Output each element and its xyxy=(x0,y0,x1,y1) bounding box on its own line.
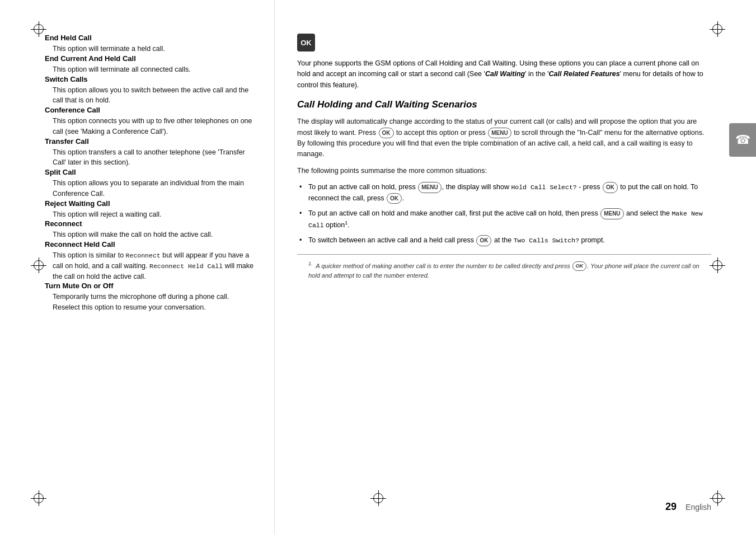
bullet-item-1: To put an active call on hold, press MEN… xyxy=(297,182,711,204)
section-body: Temporarily turns the microphone off dur… xyxy=(45,292,257,313)
section-body: This option allows you to switch between… xyxy=(45,85,257,106)
ok-button-icon: OK xyxy=(297,34,315,51)
bullet-item-3: To switch between an active call and a h… xyxy=(297,235,711,246)
section-title: Transfer Call xyxy=(45,137,257,146)
section-reconnect: Reconnect This option will make the call… xyxy=(45,219,257,240)
section-turn-mute: Turn Mute On or Off Temporarily turns th… xyxy=(45,282,257,313)
section-title: End Held Call xyxy=(45,34,257,42)
section-switch-calls: Switch Calls This option allows you to s… xyxy=(45,75,257,106)
body-text: The display will automatically change ac… xyxy=(297,116,711,160)
page-number: 29 xyxy=(665,501,677,513)
section-title: Reject Waiting Call xyxy=(45,199,257,208)
section-title: End Current And Held Call xyxy=(45,54,257,63)
left-column: End Held Call This option will terminate… xyxy=(0,0,274,534)
section-transfer-call: Transfer Call This option transfers a ca… xyxy=(45,137,257,168)
section-title: Reconnect xyxy=(45,219,257,228)
section-title: Split Call xyxy=(45,168,257,176)
section-body: This option allows you to separate an in… xyxy=(45,178,257,199)
language-label: English xyxy=(685,503,711,512)
section-title: Turn Mute On or Off xyxy=(45,282,257,290)
bullet-list: To put an active call on hold, press MEN… xyxy=(297,182,711,246)
section-body: This option will terminate a held call. xyxy=(45,44,257,54)
section-body: This option transfers a call to another … xyxy=(45,147,257,168)
right-column: OK Your phone supports the GSM options o… xyxy=(274,0,756,534)
section-reject-waiting: Reject Waiting Call This option will rej… xyxy=(45,199,257,220)
section-title: Switch Calls xyxy=(45,75,257,83)
section-conference-call: Conference Call This option connects you… xyxy=(45,106,257,137)
intro-text: Your phone supports the GSM options of C… xyxy=(297,58,711,91)
section-body: This option will terminate all connected… xyxy=(45,64,257,75)
section-split-call: Split Call This option allows you to sep… xyxy=(45,168,257,199)
page-number-area: 29 English xyxy=(665,501,711,513)
section-body: This option is similar to Reconnect but … xyxy=(45,250,257,282)
section-body: This option will reject a waiting call. xyxy=(45,209,257,220)
section-end-current-held: End Current And Held Call This option wi… xyxy=(45,54,257,75)
section-body: This option connects you with up to five… xyxy=(45,116,257,137)
phone-icon: ☎ xyxy=(735,133,750,147)
section-end-held-call: End Held Call This option will terminate… xyxy=(45,34,257,54)
section-title: Conference Call xyxy=(45,106,257,114)
footnote: 1. A quicker method of making another ca… xyxy=(297,260,711,280)
section-reconnect-held: Reconnect Held Call This option is simil… xyxy=(45,240,257,282)
footnote-divider xyxy=(297,254,711,255)
section-body: This option will make the call on hold t… xyxy=(45,229,257,240)
main-heading: Call Holding and Call Waiting Scenarios xyxy=(297,99,711,111)
section-tab: ☎ xyxy=(729,123,756,157)
summary-text: The following points summarise the more … xyxy=(297,166,711,176)
bullet-item-2: To put an active call on hold and make a… xyxy=(297,208,711,231)
section-title: Reconnect Held Call xyxy=(45,240,257,249)
